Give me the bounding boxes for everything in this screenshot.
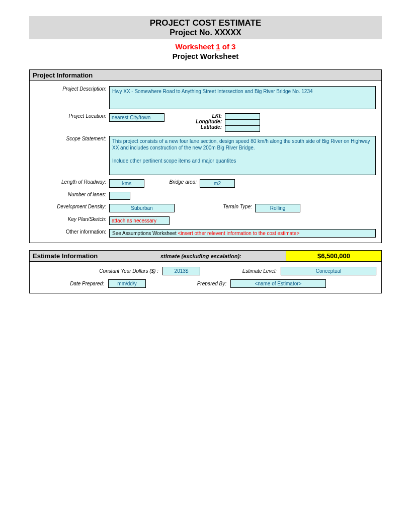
latitude-field[interactable] [225, 125, 260, 132]
other-info-label: Other information: [33, 229, 109, 235]
number-lanes-label: Number of lanes: [33, 192, 109, 197]
project-location-label: Project Location: [33, 113, 109, 119]
constant-year-label: Constant Year Dollars ($) : [33, 268, 162, 274]
project-info-body: Project Description: Hwy XX - Somewhere … [30, 81, 381, 243]
constant-year-field[interactable]: 2013$ [162, 267, 200, 275]
estimate-info-section: Estimate Information stimate (excluding … [29, 250, 382, 293]
development-density-label: Development Density: [33, 204, 109, 209]
key-plan-field[interactable]: attach as necessary [109, 216, 170, 225]
project-info-section: Project Information Project Description:… [29, 69, 382, 243]
estimate-level-label: Estimate Level: [230, 268, 281, 274]
estimate-total-label: stimate (excluding escalation): [110, 251, 286, 261]
worksheet-counter: Worksheet 1 of 3 [29, 42, 382, 51]
length-roadway-field[interactable]: kms [109, 179, 144, 188]
prepared-by-field[interactable]: <name of Estimator> [230, 279, 326, 288]
latitude-label: Latitude: [165, 124, 222, 130]
scope-statement-label: Scope Statement: [33, 136, 109, 141]
number-lanes-field[interactable] [109, 192, 130, 200]
estimate-info-header: Estimate Information [30, 251, 110, 261]
terrain-type-label: Terrain Type: [175, 204, 255, 209]
project-description-field[interactable]: Hwy XX - Somewhere Road to Anything Stre… [109, 86, 376, 109]
title-main: PROJECT COST ESTIMATE [29, 18, 382, 28]
project-info-header: Project Information [30, 70, 381, 81]
title-sub: Project No. XXXXX [29, 28, 382, 37]
other-info-field[interactable]: See Assumptions Worksheet <insert other … [109, 229, 376, 238]
bridge-area-field[interactable]: m2 [200, 179, 235, 188]
date-prepared-label: Date Prepared: [33, 281, 108, 286]
length-roadway-label: Length of Roadway: [33, 179, 109, 185]
date-prepared-field[interactable]: mm/dd/y [108, 279, 146, 288]
prepared-by-label: Prepared By: [181, 281, 230, 286]
terrain-type-field[interactable]: Rolling [255, 204, 300, 212]
title-bar: PROJECT COST ESTIMATE Project No. XXXXX [29, 16, 382, 39]
lki-label: LKI: [165, 113, 222, 119]
estimate-info-header-row: Estimate Information stimate (excluding … [30, 251, 381, 262]
longitude-label: Longitude: [165, 119, 222, 124]
worksheet-title: Project Worksheet [29, 52, 382, 60]
bridge-area-label: Bridge area: [144, 179, 200, 185]
project-location-field[interactable]: nearest City/town [109, 113, 165, 122]
scope-statement-field[interactable]: This project consists of a new four lane… [109, 136, 376, 175]
key-plan-label: Key Plan/Sketch: [33, 216, 109, 222]
estimate-total-value: $6,500,000 [286, 251, 381, 261]
project-description-label: Project Description: [33, 86, 109, 92]
estimate-level-field[interactable]: Conceptual [281, 267, 376, 275]
development-density-field[interactable]: Suburban [109, 204, 175, 212]
